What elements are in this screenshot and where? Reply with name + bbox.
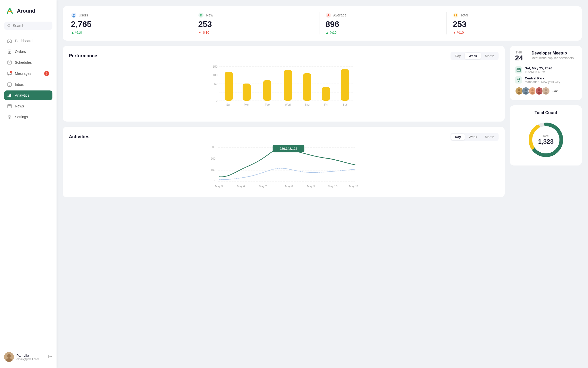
donut-label: Total (538, 134, 554, 138)
sidebar-label-news: News (15, 104, 24, 108)
orders-icon (7, 49, 12, 54)
event-location-detail: Central Park Manhattan, New york City (515, 76, 577, 84)
attendees-more: +42 (552, 89, 558, 93)
svg-text:50: 50 (214, 82, 217, 85)
stat-total-change: ▼ %10 (453, 31, 567, 34)
attendee-5 (542, 87, 550, 95)
calendar-icon (517, 68, 521, 72)
svg-text:May 11: May 11 (349, 185, 359, 188)
search-icon (7, 24, 11, 28)
inbox-icon (7, 82, 12, 87)
sidebar-item-schedules[interactable]: Schedules (4, 58, 52, 67)
event-location-sub: Manhattan, New york City (525, 80, 560, 84)
svg-text:May 10: May 10 (328, 185, 337, 188)
performance-chart-header: Performance Day Week Month (69, 52, 499, 60)
activities-chart-card: Activities Day Week Month 300 200 100 0 (63, 127, 505, 197)
svg-text:300: 300 (211, 145, 216, 149)
activities-tab-week[interactable]: Week (465, 134, 481, 140)
svg-point-15 (72, 16, 75, 17)
stat-average-label: Average (333, 13, 347, 17)
svg-point-11 (7, 354, 11, 358)
event-location-text: Central Park Manhattan, New york City (525, 76, 560, 84)
sidebar-item-orders[interactable]: Orders (4, 47, 52, 57)
sidebar-item-inbox[interactable]: Inbox (4, 80, 52, 89)
svg-text:May 6: May 6 (237, 185, 245, 188)
event-date-header: THU 24 Developer Meetup Meet world popul… (515, 51, 577, 62)
svg-text:Wed: Wed (285, 103, 291, 106)
sidebar-item-messages[interactable]: Messages 3 (4, 68, 52, 79)
svg-text:100: 100 (211, 168, 216, 171)
svg-rect-7 (10, 94, 11, 97)
users-stat-icon (71, 12, 77, 18)
sidebar-item-news[interactable]: News (4, 101, 52, 111)
activities-tabs: Day Week Month (451, 133, 499, 141)
average-stat-icon (326, 12, 331, 18)
performance-tab-week[interactable]: Week (465, 53, 481, 59)
svg-point-18 (453, 13, 458, 18)
svg-rect-5 (8, 96, 8, 97)
user-email: email@gmail.com (16, 357, 45, 361)
logout-button[interactable] (48, 354, 52, 360)
event-divider (527, 51, 527, 62)
stat-users-change: ▲ %10 (71, 31, 186, 34)
svg-text:220,342,123: 220,342,123 (280, 147, 297, 151)
event-date-label: Sat, May 25, 2020 (525, 66, 552, 70)
svg-point-75 (538, 89, 540, 91)
user-info: Pamella email@gmail.com (16, 354, 45, 361)
activities-tab-month[interactable]: Month (481, 134, 498, 140)
event-title-block: Developer Meetup Meet world popular deve… (531, 51, 574, 60)
svg-rect-38 (303, 73, 311, 101)
performance-tab-day[interactable]: Day (451, 53, 464, 59)
svg-point-14 (73, 14, 75, 16)
analytics-icon (7, 93, 12, 98)
stat-new-change: ▼ %10 (198, 31, 313, 34)
main-content: Users 2,765 ▲ %10 New 253 ▼ %10 (57, 0, 588, 368)
svg-point-3 (10, 71, 12, 73)
sidebar-label-dashboard: Dashboard (15, 39, 33, 43)
stats-row: Users 2,765 ▲ %10 New 253 ▼ %10 (63, 6, 582, 41)
event-day-label: THU (516, 51, 522, 54)
svg-point-72 (531, 89, 534, 91)
stat-users-header: Users (71, 12, 186, 18)
search-input[interactable] (13, 24, 49, 28)
settings-icon (7, 115, 12, 119)
stat-total-header: Total (453, 12, 567, 18)
sidebar-item-analytics[interactable]: Analytics (4, 90, 52, 100)
svg-rect-40 (322, 87, 330, 101)
sidebar-label-settings: Settings (15, 115, 28, 119)
activities-svg: 300 200 100 0 (69, 145, 499, 191)
sidebar-label-inbox: Inbox (15, 82, 24, 87)
total-count-title: Total Count (535, 111, 557, 115)
sidebar-item-settings[interactable]: Settings (4, 112, 52, 122)
event-card: THU 24 Developer Meetup Meet world popul… (510, 46, 582, 100)
svg-text:Fri: Fri (324, 103, 328, 106)
svg-text:100: 100 (213, 73, 217, 77)
event-day-block: THU 24 (515, 51, 523, 62)
schedules-icon (7, 60, 12, 65)
svg-point-73 (531, 92, 534, 94)
stat-new-label: New (206, 13, 213, 17)
svg-text:0: 0 (214, 180, 215, 183)
svg-text:May 9: May 9 (307, 185, 315, 188)
messages-badge: 3 (44, 71, 49, 76)
stat-average-value: 896 (326, 20, 440, 29)
svg-text:Tue: Tue (265, 103, 270, 106)
arrow-down-icon: ▼ (198, 31, 201, 34)
logo: Around (4, 6, 52, 15)
search-box[interactable] (4, 22, 52, 30)
arrow-up-icon: ▲ (71, 31, 74, 34)
stat-users-label: Users (79, 13, 88, 17)
stat-total-label: Total (461, 13, 468, 17)
new-stat-icon (198, 12, 204, 18)
activities-tab-day[interactable]: Day (451, 134, 465, 140)
calendar-detail-icon (515, 66, 522, 73)
total-stat-icon (453, 12, 458, 18)
donut-center: Total 1,323 (538, 134, 554, 145)
performance-tab-month[interactable]: Month (481, 53, 498, 59)
sidebar-label-schedules: Schedules (15, 60, 32, 65)
avatar (4, 352, 14, 362)
sidebar-item-dashboard[interactable]: Dashboard (4, 36, 52, 46)
svg-text:Sun: Sun (226, 103, 231, 106)
stat-average-change: ▲ %10 (326, 31, 440, 34)
performance-svg: 150 100 50 0 Sun Mon Tue (69, 64, 499, 115)
